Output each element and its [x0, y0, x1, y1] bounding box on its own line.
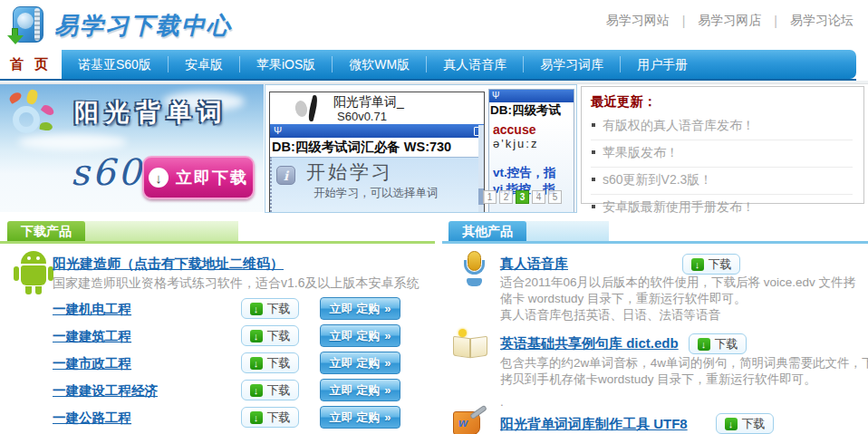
nav-tab-wm[interactable]: 微软WM版	[333, 56, 427, 72]
update-item[interactable]: s60更新到V2.3版！	[591, 168, 853, 195]
app-screenshot-start: 阳光背单词_ S60v0.71 Ψ DB:四级考试词汇必备 WS:730 i 开…	[269, 92, 485, 213]
order-button[interactable]: 立即 定购 »	[320, 297, 400, 320]
android-icon	[13, 251, 54, 296]
download-arrow-icon: ↓	[149, 168, 169, 188]
order-button[interactable]: 立即 定购 »	[320, 352, 400, 374]
download-button[interactable]: ↓ 下载	[241, 325, 299, 346]
voice-library-link[interactable]: 真人语音库	[500, 256, 568, 273]
download-arrow-icon: ↓	[250, 384, 263, 397]
order-button[interactable]: 立即 定购 »	[320, 324, 400, 347]
sentence-library-link[interactable]: 英语基础共享例句库 dict.edb	[500, 335, 679, 352]
download-arrow-icon: ↓	[250, 357, 263, 370]
site-logo[interactable]: 易学习下载中心	[7, 5, 232, 46]
order-button[interactable]: 立即 定购 »	[320, 406, 400, 429]
screenshot-carousel: 阳光背单词_ S60v0.71 Ψ DB:四级考试词汇必备 WS:730 i 开…	[265, 84, 577, 213]
nav-tab-dictionary[interactable]: 易学习词库	[524, 56, 621, 72]
update-item[interactable]: 安卓版最新使用手册发布！	[591, 195, 853, 221]
download-products-tab[interactable]: 下载产品	[7, 221, 85, 241]
voice-library-desc: 适合2011年06月以后版本的软件使用，下载后将 voice.edv 文件拷	[500, 275, 855, 291]
carousel-pagination: 1 2 3 4 5	[483, 190, 562, 204]
download-products-header: 下载产品	[0, 221, 435, 244]
sentence-library-desc: 包含共享的约2w单词音标，4w单词的例句，简明词典需要此文件，下	[500, 355, 868, 371]
word-entry: accuse	[493, 122, 574, 137]
download-arrow-icon: ↓	[250, 411, 263, 424]
nav-tab-home[interactable]: 首 页	[0, 50, 62, 79]
item-link-highway[interactable]: 一建公路工程	[53, 410, 131, 427]
other-products-tab[interactable]: 其他产品	[448, 221, 526, 241]
download-button[interactable]: ↓ 下载	[689, 333, 747, 354]
other-products-header: 其他产品	[442, 221, 868, 244]
nav-tab-android[interactable]: 安卓版	[169, 56, 240, 72]
nav-tab-ios[interactable]: 苹果iOS版	[240, 56, 333, 72]
chevron-right-icon: »	[384, 356, 391, 370]
download-arrow-icon: ↓	[250, 330, 263, 342]
top-links: 易学习网站 | 易学习网店 | 易学习论坛	[606, 13, 854, 29]
download-button[interactable]: ↓ 下载	[241, 298, 299, 319]
main-nav: 诺基亚S60版 安卓版 苹果iOS版 微软WM版 真人语音库 易学习词库 用户手…	[62, 50, 856, 79]
download-button[interactable]: ↓ 下载	[241, 407, 299, 428]
nav-tab-voice-library[interactable]: 真人语音库	[427, 56, 524, 72]
chevron-right-icon: »	[384, 410, 391, 424]
carousel-page-2[interactable]: 2	[499, 190, 513, 204]
download-button[interactable]: ↓ 下载	[716, 413, 774, 434]
db-status-line: DB:四级考试词汇必备 WS:730	[270, 138, 484, 157]
backpack-download-icon	[7, 5, 47, 46]
voice-library-desc: 储卡 wordstudy 目录下，重新运行软件即可。	[500, 291, 747, 307]
book-icon	[451, 329, 489, 362]
app-logo-icon	[294, 100, 308, 118]
carousel-page-4[interactable]: 4	[532, 190, 545, 204]
item-link-construction[interactable]: 一建建筑工程	[53, 328, 131, 345]
sentence-library-desc: 拷贝到手机存储卡wordstudy 目录下，重新运行软件即可。	[500, 371, 816, 388]
signal-icon: Ψ	[274, 124, 282, 138]
word-meaning: vt.控告，指	[493, 165, 574, 181]
top-link-separator: |	[774, 14, 777, 28]
update-item[interactable]: 苹果版发布！	[591, 140, 853, 168]
product-link-builder[interactable]: 阳光建造师（点击有下载地址二维码）	[53, 256, 284, 273]
dictionary-tool-icon: w	[451, 410, 489, 434]
microphone-icon	[458, 251, 491, 289]
carousel-page-1[interactable]: 1	[483, 190, 497, 204]
top-link-forum[interactable]: 易学习论坛	[790, 13, 854, 29]
item-link-mechanical[interactable]: 一建机电工程	[53, 301, 131, 318]
download-arrow-icon: ↓	[698, 338, 710, 351]
menu-item-desc: 开始学习，可以选择单词	[313, 186, 439, 201]
bullet-icon	[592, 150, 595, 154]
carousel-page-3-active[interactable]: 3	[516, 190, 529, 204]
chevron-right-icon: »	[384, 302, 391, 315]
order-button[interactable]: 立即 定购 »	[320, 379, 400, 401]
flower-logo-icon	[4, 90, 62, 148]
top-link-website[interactable]: 易学习网站	[606, 13, 670, 29]
item-link-economy[interactable]: 一建建设工程经济	[53, 382, 158, 400]
banner-title: 阳光背单词	[74, 96, 228, 129]
update-item[interactable]: 有版权的真人语音库发布！	[591, 113, 853, 140]
download-button[interactable]: ↓ 下载	[241, 380, 299, 400]
product-desc: 国家建造师职业资格考试练习软件，适合v1.6及以上版本安卓系统	[53, 275, 419, 292]
dictionary-tool-link[interactable]: 阳光背单词词库制作工具 UTF8	[500, 416, 688, 433]
bullet-icon	[592, 178, 595, 181]
recent-updates-panel: 最近更新： 有版权的真人语音库发布！ 苹果版发布！ s60更新到V2.3版！ 安…	[581, 86, 864, 204]
bullet-icon	[592, 123, 595, 127]
db-status-line: DB:四级考试	[489, 102, 574, 120]
download-arrow-icon: ↓	[250, 303, 263, 315]
nav-tab-s60[interactable]: 诺基亚S60版	[62, 56, 169, 72]
sentence-library-desc: .	[500, 395, 504, 409]
download-button[interactable]: ↓ 下载	[241, 352, 299, 373]
chevron-right-icon: »	[384, 329, 391, 342]
page: 易学习下载中心 易学习网站 | 易学习网店 | 易学习论坛 首 页 诺基亚S60…	[0, 0, 868, 434]
top-link-shop[interactable]: 易学习网店	[698, 13, 761, 29]
item-link-municipal[interactable]: 一建市政工程	[53, 355, 131, 372]
info-icon: i	[276, 166, 295, 185]
site-title: 易学习下载中心	[54, 10, 232, 42]
app-title: 阳光背单词_	[333, 94, 404, 111]
signal-icon: Ψ	[492, 90, 499, 102]
download-button[interactable]: ↓ 下载	[682, 254, 740, 275]
voice-library-desc: 真人语音库包括英语、日语、法语等语音	[500, 307, 720, 323]
app-version: S60v0.71	[337, 110, 387, 123]
chevron-right-icon: »	[384, 383, 391, 397]
recent-updates-title: 最近更新：	[591, 92, 853, 113]
carousel-page-5[interactable]: 5	[548, 190, 562, 204]
download-arrow-icon: ↓	[691, 258, 704, 271]
nav-tab-manual[interactable]: 用户手册	[621, 56, 704, 72]
banner-download-button[interactable]: ↓ 立即下载	[142, 156, 255, 199]
word-phonetic: ə'kju:z	[493, 137, 574, 150]
